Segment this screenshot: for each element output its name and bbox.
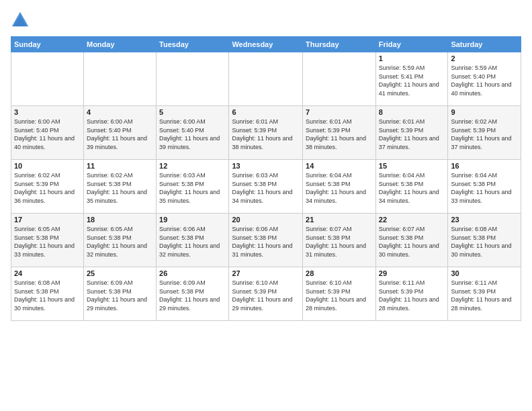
day-info: Sunrise: 6:05 AM Sunset: 5:38 PM Dayligh…: [14, 225, 81, 259]
day-number: 24: [14, 269, 81, 277]
day-info: Sunrise: 6:01 AM Sunset: 5:39 PM Dayligh…: [306, 118, 373, 151]
day-number: 10: [14, 162, 81, 170]
day-number: 15: [379, 162, 445, 170]
day-number: 27: [232, 269, 300, 277]
day-number: 6: [232, 108, 300, 116]
calendar-week-row: 17Sunrise: 6:05 AM Sunset: 5:38 PM Dayli…: [11, 214, 521, 267]
day-number: 5: [159, 108, 226, 116]
day-info: Sunrise: 6:04 AM Sunset: 5:38 PM Dayligh…: [379, 171, 445, 205]
calendar-cell: 11Sunrise: 6:02 AM Sunset: 5:38 PM Dayli…: [83, 160, 156, 214]
day-info: Sunrise: 6:09 AM Sunset: 5:38 PM Dayligh…: [87, 279, 153, 312]
calendar-cell: 24Sunrise: 6:08 AM Sunset: 5:38 PM Dayli…: [11, 267, 84, 321]
day-number: 25: [87, 269, 153, 277]
calendar-header-row: SundayMondayTuesdayWednesdayThursdayFrid…: [11, 37, 521, 52]
day-number: 17: [14, 216, 81, 224]
day-info: Sunrise: 6:10 AM Sunset: 5:39 PM Dayligh…: [306, 279, 373, 312]
calendar-cell: 3Sunrise: 6:00 AM Sunset: 5:40 PM Daylig…: [11, 106, 84, 160]
calendar-cell: 25Sunrise: 6:09 AM Sunset: 5:38 PM Dayli…: [83, 267, 156, 321]
calendar-cell: 7Sunrise: 6:01 AM Sunset: 5:39 PM Daylig…: [303, 106, 376, 160]
calendar-cell: 2Sunrise: 5:59 AM Sunset: 5:40 PM Daylig…: [448, 52, 521, 106]
calendar-cell: 1Sunrise: 5:59 AM Sunset: 5:41 PM Daylig…: [375, 52, 448, 106]
logo-icon: [11, 11, 30, 30]
day-info: Sunrise: 6:04 AM Sunset: 5:38 PM Dayligh…: [451, 171, 518, 205]
calendar-day-header: Thursday: [303, 37, 376, 52]
day-number: 4: [87, 108, 153, 116]
calendar-day-header: Monday: [83, 37, 156, 52]
calendar-cell: 6Sunrise: 6:01 AM Sunset: 5:39 PM Daylig…: [229, 106, 303, 160]
day-number: 20: [232, 216, 300, 224]
calendar-cell: 5Sunrise: 6:00 AM Sunset: 5:40 PM Daylig…: [157, 106, 229, 160]
calendar-cell: 13Sunrise: 6:03 AM Sunset: 5:38 PM Dayli…: [229, 160, 303, 214]
day-info: Sunrise: 6:05 AM Sunset: 5:38 PM Dayligh…: [87, 225, 153, 259]
calendar-cell: 23Sunrise: 6:08 AM Sunset: 5:38 PM Dayli…: [448, 214, 521, 267]
day-number: 8: [379, 108, 445, 116]
day-info: Sunrise: 6:08 AM Sunset: 5:38 PM Dayligh…: [451, 225, 518, 259]
calendar-cell: 29Sunrise: 6:11 AM Sunset: 5:39 PM Dayli…: [375, 267, 448, 321]
calendar-table: SundayMondayTuesdayWednesdayThursdayFrid…: [11, 36, 521, 321]
day-info: Sunrise: 6:06 AM Sunset: 5:38 PM Dayligh…: [159, 225, 226, 259]
day-info: Sunrise: 6:02 AM Sunset: 5:39 PM Dayligh…: [14, 171, 81, 205]
calendar-cell: 17Sunrise: 6:05 AM Sunset: 5:38 PM Dayli…: [11, 214, 84, 267]
calendar-cell: 10Sunrise: 6:02 AM Sunset: 5:39 PM Dayli…: [11, 160, 84, 214]
day-info: Sunrise: 6:03 AM Sunset: 5:38 PM Dayligh…: [232, 171, 300, 205]
day-info: Sunrise: 6:02 AM Sunset: 5:38 PM Dayligh…: [87, 171, 153, 205]
day-info: Sunrise: 6:10 AM Sunset: 5:39 PM Dayligh…: [232, 279, 300, 312]
day-number: 12: [159, 162, 226, 170]
logo: [11, 11, 32, 30]
day-info: Sunrise: 6:06 AM Sunset: 5:38 PM Dayligh…: [232, 225, 300, 259]
day-info: Sunrise: 6:11 AM Sunset: 5:39 PM Dayligh…: [379, 279, 445, 312]
day-number: 18: [87, 216, 153, 224]
day-number: 28: [306, 269, 373, 277]
day-number: 3: [14, 108, 81, 116]
day-number: 14: [306, 162, 373, 170]
calendar-day-header: Tuesday: [157, 37, 229, 52]
day-number: 11: [87, 162, 153, 170]
day-number: 30: [451, 269, 518, 277]
calendar-week-row: 3Sunrise: 6:00 AM Sunset: 5:40 PM Daylig…: [11, 106, 521, 160]
day-number: 26: [159, 269, 226, 277]
day-info: Sunrise: 6:00 AM Sunset: 5:40 PM Dayligh…: [159, 118, 226, 151]
calendar-cell: [157, 52, 229, 106]
calendar-cell: 8Sunrise: 6:01 AM Sunset: 5:39 PM Daylig…: [375, 106, 448, 160]
calendar-week-row: 10Sunrise: 6:02 AM Sunset: 5:39 PM Dayli…: [11, 160, 521, 214]
day-number: 29: [379, 269, 445, 277]
calendar-cell: 26Sunrise: 6:09 AM Sunset: 5:38 PM Dayli…: [157, 267, 229, 321]
calendar-week-row: 1Sunrise: 5:59 AM Sunset: 5:41 PM Daylig…: [11, 52, 521, 106]
calendar-cell: [11, 52, 84, 106]
day-number: 2: [451, 54, 518, 62]
calendar-cell: 16Sunrise: 6:04 AM Sunset: 5:38 PM Dayli…: [448, 160, 521, 214]
calendar-cell: 18Sunrise: 6:05 AM Sunset: 5:38 PM Dayli…: [83, 214, 156, 267]
day-number: 16: [451, 162, 518, 170]
calendar-cell: 30Sunrise: 6:11 AM Sunset: 5:39 PM Dayli…: [448, 267, 521, 321]
calendar-day-header: Wednesday: [229, 37, 303, 52]
day-info: Sunrise: 6:07 AM Sunset: 5:38 PM Dayligh…: [306, 225, 373, 259]
day-info: Sunrise: 6:11 AM Sunset: 5:39 PM Dayligh…: [451, 279, 518, 312]
calendar-cell: [229, 52, 303, 106]
day-info: Sunrise: 5:59 AM Sunset: 5:40 PM Dayligh…: [451, 64, 518, 97]
day-info: Sunrise: 6:00 AM Sunset: 5:40 PM Dayligh…: [87, 118, 153, 151]
day-number: 22: [379, 216, 445, 224]
calendar-cell: 14Sunrise: 6:04 AM Sunset: 5:38 PM Dayli…: [303, 160, 376, 214]
day-info: Sunrise: 6:01 AM Sunset: 5:39 PM Dayligh…: [379, 118, 445, 151]
calendar-day-header: Sunday: [11, 37, 84, 52]
day-info: Sunrise: 6:03 AM Sunset: 5:38 PM Dayligh…: [159, 171, 226, 205]
calendar-cell: 20Sunrise: 6:06 AM Sunset: 5:38 PM Dayli…: [229, 214, 303, 267]
calendar-cell: [303, 52, 376, 106]
calendar-cell: 12Sunrise: 6:03 AM Sunset: 5:38 PM Dayli…: [157, 160, 229, 214]
calendar-cell: 28Sunrise: 6:10 AM Sunset: 5:39 PM Dayli…: [303, 267, 376, 321]
calendar-cell: 15Sunrise: 6:04 AM Sunset: 5:38 PM Dayli…: [375, 160, 448, 214]
day-info: Sunrise: 6:08 AM Sunset: 5:38 PM Dayligh…: [14, 279, 81, 312]
day-info: Sunrise: 6:09 AM Sunset: 5:38 PM Dayligh…: [159, 279, 226, 312]
day-number: 1: [379, 54, 445, 62]
day-number: 19: [159, 216, 226, 224]
day-info: Sunrise: 6:04 AM Sunset: 5:38 PM Dayligh…: [306, 171, 373, 205]
day-number: 21: [306, 216, 373, 224]
calendar-cell: 4Sunrise: 6:00 AM Sunset: 5:40 PM Daylig…: [83, 106, 156, 160]
page-container: SundayMondayTuesdayWednesdayThursdayFrid…: [0, 0, 532, 326]
day-number: 9: [451, 108, 518, 116]
calendar-cell: 19Sunrise: 6:06 AM Sunset: 5:38 PM Dayli…: [157, 214, 229, 267]
day-number: 7: [306, 108, 373, 116]
day-info: Sunrise: 6:00 AM Sunset: 5:40 PM Dayligh…: [14, 118, 81, 151]
calendar-cell: 9Sunrise: 6:02 AM Sunset: 5:39 PM Daylig…: [448, 106, 521, 160]
calendar-day-header: Saturday: [448, 37, 521, 52]
